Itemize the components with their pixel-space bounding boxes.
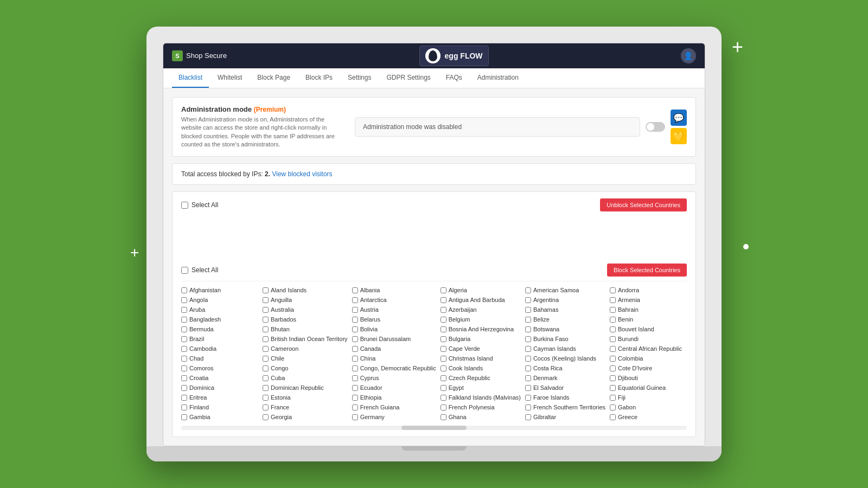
unblock-selected-button[interactable]: Unblock Selected Countries bbox=[600, 198, 687, 211]
country-checkbox[interactable] bbox=[441, 346, 446, 352]
country-checkbox[interactable] bbox=[181, 375, 187, 381]
country-checkbox[interactable] bbox=[352, 404, 358, 410]
country-checkbox[interactable] bbox=[263, 356, 269, 362]
country-checkbox[interactable] bbox=[610, 404, 616, 410]
country-checkbox[interactable] bbox=[352, 365, 358, 371]
country-checkbox[interactable] bbox=[181, 404, 187, 410]
country-checkbox[interactable] bbox=[263, 336, 269, 342]
country-checkbox[interactable] bbox=[181, 326, 187, 332]
country-checkbox[interactable] bbox=[263, 395, 269, 401]
country-checkbox[interactable] bbox=[525, 326, 531, 332]
country-checkbox[interactable] bbox=[610, 356, 616, 362]
country-checkbox[interactable] bbox=[181, 336, 187, 342]
block-selected-button[interactable]: Block Selected Countries bbox=[607, 264, 687, 277]
country-checkbox[interactable] bbox=[525, 414, 531, 420]
country-checkbox[interactable] bbox=[181, 395, 187, 401]
country-checkbox[interactable] bbox=[610, 307, 616, 313]
country-checkbox[interactable] bbox=[441, 365, 446, 371]
country-checkbox[interactable] bbox=[181, 346, 187, 352]
country-checkbox[interactable] bbox=[441, 336, 446, 342]
tab-settings[interactable]: Settings bbox=[341, 68, 378, 88]
country-checkbox[interactable] bbox=[263, 365, 269, 371]
country-checkbox[interactable] bbox=[525, 395, 531, 401]
country-checkbox[interactable] bbox=[181, 307, 187, 313]
scroll-thumb[interactable] bbox=[401, 426, 467, 430]
chat-icon-button[interactable]: 💬 bbox=[671, 110, 687, 126]
country-checkbox[interactable] bbox=[263, 375, 269, 381]
country-checkbox[interactable] bbox=[181, 385, 187, 391]
country-checkbox[interactable] bbox=[441, 385, 446, 391]
country-checkbox[interactable] bbox=[610, 385, 616, 391]
country-checkbox[interactable] bbox=[263, 287, 269, 293]
country-checkbox[interactable] bbox=[610, 336, 616, 342]
country-checkbox[interactable] bbox=[525, 365, 531, 371]
country-checkbox[interactable] bbox=[263, 307, 269, 313]
country-checkbox[interactable] bbox=[352, 375, 358, 381]
country-checkbox[interactable] bbox=[610, 317, 616, 323]
country-checkbox[interactable] bbox=[525, 307, 531, 313]
country-checkbox[interactable] bbox=[441, 395, 446, 401]
tab-administration[interactable]: Administration bbox=[471, 68, 525, 88]
heart-icon-button[interactable]: 💛 bbox=[671, 128, 687, 144]
country-checkbox[interactable] bbox=[610, 287, 616, 293]
country-checkbox[interactable] bbox=[525, 317, 531, 323]
select-all-bottom-checkbox[interactable] bbox=[181, 267, 188, 274]
country-checkbox[interactable] bbox=[263, 414, 269, 420]
country-checkbox[interactable] bbox=[610, 395, 616, 401]
tab-gdpr[interactable]: GDPR Settings bbox=[380, 68, 437, 88]
country-checkbox[interactable] bbox=[352, 356, 358, 362]
country-checkbox[interactable] bbox=[525, 346, 531, 352]
country-checkbox[interactable] bbox=[441, 326, 446, 332]
tab-whitelist[interactable]: Whitelist bbox=[211, 68, 248, 88]
country-checkbox[interactable] bbox=[352, 307, 358, 313]
country-checkbox[interactable] bbox=[181, 365, 187, 371]
country-checkbox[interactable] bbox=[610, 346, 616, 352]
tab-blacklist[interactable]: Blacklist bbox=[172, 68, 209, 88]
country-checkbox[interactable] bbox=[525, 404, 531, 410]
country-checkbox[interactable] bbox=[263, 346, 269, 352]
country-checkbox[interactable] bbox=[263, 326, 269, 332]
country-checkbox[interactable] bbox=[181, 297, 187, 303]
country-checkbox[interactable] bbox=[352, 346, 358, 352]
country-checkbox[interactable] bbox=[352, 385, 358, 391]
country-checkbox[interactable] bbox=[610, 414, 616, 420]
tab-block-ips[interactable]: Block IPs bbox=[299, 68, 339, 88]
admin-mode-toggle[interactable] bbox=[646, 122, 665, 132]
country-checkbox[interactable] bbox=[525, 356, 531, 362]
country-checkbox[interactable] bbox=[441, 307, 446, 313]
country-checkbox[interactable] bbox=[352, 326, 358, 332]
country-checkbox[interactable] bbox=[441, 317, 446, 323]
select-all-top-checkbox[interactable] bbox=[181, 202, 188, 209]
country-checkbox[interactable] bbox=[610, 326, 616, 332]
country-checkbox[interactable] bbox=[441, 375, 446, 381]
country-checkbox[interactable] bbox=[263, 385, 269, 391]
country-checkbox[interactable] bbox=[441, 414, 446, 420]
country-checkbox[interactable] bbox=[352, 336, 358, 342]
country-checkbox[interactable] bbox=[525, 375, 531, 381]
country-checkbox[interactable] bbox=[181, 414, 187, 420]
country-checkbox[interactable] bbox=[181, 356, 187, 362]
tab-block-page[interactable]: Block Page bbox=[251, 68, 297, 88]
country-checkbox[interactable] bbox=[525, 385, 531, 391]
country-checkbox[interactable] bbox=[352, 414, 358, 420]
country-checkbox[interactable] bbox=[441, 356, 446, 362]
tab-faqs[interactable]: FAQs bbox=[439, 68, 469, 88]
country-checkbox[interactable] bbox=[525, 297, 531, 303]
country-checkbox[interactable] bbox=[441, 287, 446, 293]
country-checkbox[interactable] bbox=[352, 395, 358, 401]
country-checkbox[interactable] bbox=[181, 287, 187, 293]
country-checkbox[interactable] bbox=[441, 297, 446, 303]
country-checkbox[interactable] bbox=[610, 365, 616, 371]
view-blocked-visitors-link[interactable]: View blocked visitors bbox=[272, 170, 332, 178]
country-checkbox[interactable] bbox=[525, 336, 531, 342]
country-checkbox[interactable] bbox=[441, 404, 446, 410]
user-area[interactable]: 👤 bbox=[681, 48, 696, 63]
country-checkbox[interactable] bbox=[610, 297, 616, 303]
country-checkbox[interactable] bbox=[263, 297, 269, 303]
country-checkbox[interactable] bbox=[525, 287, 531, 293]
country-checkbox[interactable] bbox=[263, 404, 269, 410]
country-checkbox[interactable] bbox=[263, 317, 269, 323]
country-checkbox[interactable] bbox=[352, 317, 358, 323]
user-avatar[interactable]: 👤 bbox=[681, 48, 696, 63]
country-checkbox[interactable] bbox=[181, 317, 187, 323]
